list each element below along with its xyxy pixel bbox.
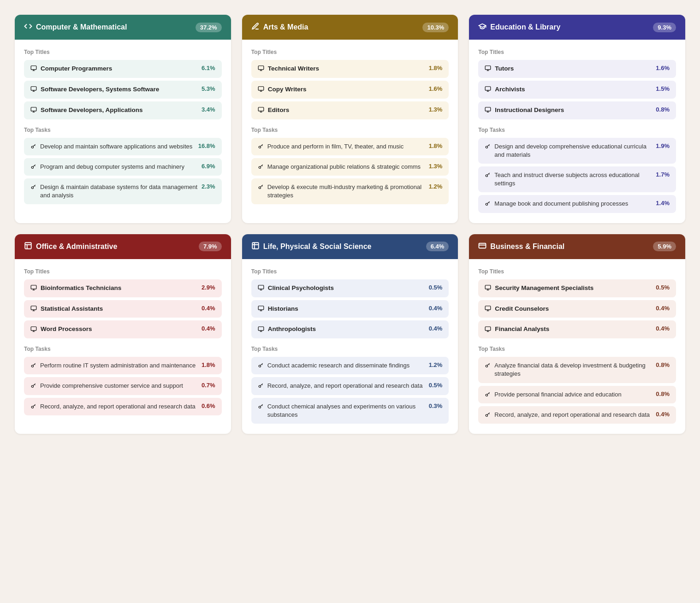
task-row: Conduct academic research and disseminat… — [251, 357, 449, 374]
svg-rect-25 — [485, 87, 491, 90]
title-pct: 0.4% — [202, 325, 215, 332]
category-icon — [24, 242, 32, 252]
svg-line-23 — [262, 186, 262, 186]
svg-line-74 — [489, 414, 490, 414]
task-row: Manage organizational public relations &… — [251, 158, 449, 176]
svg-rect-0 — [31, 66, 36, 70]
title-pct: 0.4% — [429, 325, 443, 332]
title-text: Statistical Assistants — [41, 305, 103, 313]
svg-point-69 — [486, 394, 487, 396]
title-row: Anthropologists 0.4% — [251, 320, 449, 338]
svg-line-32 — [489, 174, 490, 174]
card-badge: 9.3% — [653, 23, 676, 32]
task-text: Manage book and document publishing proc… — [494, 200, 652, 208]
card-body: Top Titles Computer Programmers 6.1% Sof… — [15, 40, 231, 214]
svg-rect-64 — [485, 306, 491, 310]
title-text: Technical Writers — [268, 65, 319, 73]
briefcase-icon — [485, 326, 491, 334]
title-row: Technical Writers 1.8% — [251, 60, 449, 78]
svg-point-52 — [259, 365, 261, 367]
svg-rect-12 — [258, 66, 264, 70]
title-text: Tutors — [495, 65, 514, 73]
task-text: Analyze financial data & develop investm… — [494, 361, 652, 378]
tasks-label: Top Tasks — [478, 127, 676, 133]
title-row: Copy Writers 1.6% — [251, 81, 449, 99]
task-text: Manage organizational public relations &… — [267, 163, 425, 171]
tasks-label: Top Tasks — [478, 346, 676, 352]
briefcase-icon — [258, 106, 264, 114]
task-pct: 0.6% — [202, 402, 215, 409]
title-row: Security Management Specialists 0.5% — [478, 279, 676, 297]
tasks-label: Top Tasks — [24, 127, 222, 133]
title-pct: 1.5% — [656, 85, 670, 92]
task-row: Design and develop comprehensive educati… — [478, 138, 676, 164]
category-icon — [478, 242, 486, 252]
key-icon — [258, 164, 264, 171]
key-icon — [485, 362, 491, 370]
svg-point-72 — [486, 414, 487, 416]
key-icon — [30, 362, 36, 370]
card-badge: 7.9% — [199, 242, 222, 251]
key-icon — [258, 403, 264, 411]
briefcase-icon — [258, 326, 264, 334]
task-pct: 1.3% — [429, 163, 443, 170]
briefcase-icon — [258, 65, 264, 73]
task-row: Produce and perform in film, TV, theater… — [251, 138, 449, 155]
svg-point-18 — [259, 166, 261, 168]
titles-label: Top Titles — [24, 268, 222, 275]
card-lp: Life, Physical & Social Science 6.4% Top… — [242, 234, 458, 434]
svg-line-60 — [262, 405, 262, 406]
task-pct: 0.4% — [656, 411, 670, 418]
title-row: Historians 0.4% — [251, 300, 449, 318]
title-text: Financial Analysts — [495, 325, 549, 334]
svg-line-54 — [262, 365, 262, 365]
title-row: Tutors 1.6% — [478, 60, 676, 78]
title-text: Clinical Psychologists — [268, 284, 334, 293]
title-pct: 1.8% — [429, 65, 443, 71]
title-pct: 1.3% — [429, 106, 443, 113]
briefcase-icon — [258, 305, 264, 313]
briefcase-icon — [258, 86, 264, 94]
svg-rect-50 — [258, 306, 264, 310]
svg-line-8 — [35, 166, 35, 166]
svg-rect-37 — [31, 285, 36, 289]
task-row: Analyze financial data & develop investm… — [478, 357, 676, 383]
task-pct: 0.8% — [656, 390, 670, 397]
task-row: Record, analyze, and report operational … — [251, 377, 449, 395]
titles-label: Top Titles — [478, 49, 676, 55]
card-bf: Business & Financial 5.9% Top Titles Sec… — [469, 234, 685, 434]
svg-line-42 — [35, 365, 35, 365]
task-row: Provide comprehensive customer service a… — [24, 377, 222, 395]
header-left: Office & Administrative — [24, 242, 117, 252]
task-pct: 1.9% — [656, 142, 670, 149]
title-row: Statistical Assistants 0.4% — [24, 300, 222, 318]
svg-rect-63 — [485, 285, 491, 289]
card-header: Business & Financial 5.9% — [469, 234, 685, 259]
task-row: Develop and maintain software applicatio… — [24, 138, 222, 155]
title-row: Computer Programmers 6.1% — [24, 60, 222, 78]
task-text: Provide comprehensive customer service a… — [40, 382, 198, 390]
header-left: Education & Library — [478, 22, 560, 32]
task-pct: 6.9% — [202, 163, 215, 170]
card-badge: 10.3% — [422, 23, 449, 32]
svg-rect-13 — [258, 87, 264, 90]
title-text: Bioinformatics Technicians — [41, 284, 121, 293]
card-header: Education & Library 9.3% — [469, 15, 685, 40]
svg-point-43 — [31, 385, 33, 387]
title-text: Credit Counselors — [495, 305, 549, 313]
title-pct: 5.3% — [202, 85, 215, 92]
svg-rect-39 — [31, 327, 36, 331]
key-icon — [485, 143, 491, 151]
svg-point-66 — [486, 365, 487, 367]
svg-point-30 — [486, 175, 487, 177]
title-pct: 3.4% — [202, 106, 215, 113]
briefcase-icon — [30, 65, 37, 73]
title-text: Security Management Specialists — [495, 284, 593, 293]
svg-line-11 — [35, 186, 35, 186]
svg-rect-14 — [258, 107, 264, 111]
task-pct: 0.5% — [429, 382, 443, 389]
briefcase-icon — [485, 284, 491, 292]
task-text: Provide personal financial advice and ed… — [494, 390, 652, 399]
svg-rect-24 — [485, 66, 491, 70]
svg-point-15 — [259, 146, 261, 148]
